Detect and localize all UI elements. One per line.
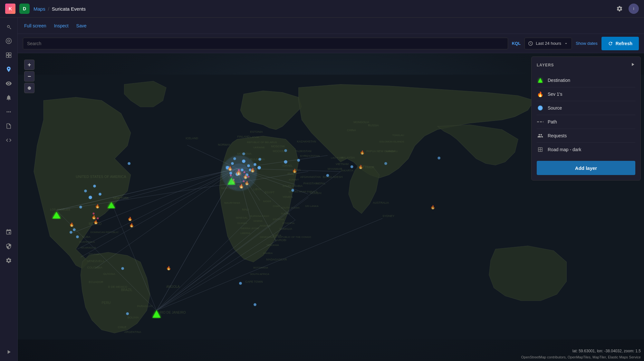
sidebar-item-lens[interactable] (2, 77, 15, 90)
svg-text:NEPAL: NEPAL (316, 182, 326, 185)
map-coordinates: lat: 59.63001, lon: -38.04032, zoom: 1.5 (572, 349, 641, 353)
source-icon (537, 104, 544, 112)
svg-text:NORWAY: NORWAY (218, 143, 230, 146)
svg-point-199 (538, 106, 543, 110)
layer-item-path[interactable]: Path (537, 115, 635, 129)
svg-rect-6 (9, 55, 11, 58)
toolbar: Full screen Inspect Save (18, 18, 644, 34)
searchbar: KQL Last 24 hours Show dates Refresh (18, 34, 644, 53)
zoom-out-button[interactable]: − (24, 71, 34, 82)
svg-text:TAJIKISTAN: TAJIKISTAN (295, 150, 312, 153)
layer-requests-label: Requests (548, 133, 567, 138)
layers-panel: LAYERS Destination 🔥 Sev 1's Source (531, 56, 641, 180)
time-selector[interactable]: Last 24 hours (524, 38, 572, 49)
svg-text:ZAMBIA: ZAMBIA (263, 252, 273, 255)
svg-point-150 (76, 236, 79, 238)
search-input[interactable] (23, 38, 508, 49)
svg-point-157 (351, 165, 353, 168)
user-avatar[interactable]: i (629, 4, 639, 14)
layer-path-label: Path (548, 119, 557, 124)
svg-text:LATVIA: LATVIA (250, 136, 259, 139)
layer-destination-label: Destination (548, 78, 570, 83)
layer-roadmap-label: Road map - dark (548, 147, 581, 152)
show-dates-button[interactable]: Show dates (576, 41, 598, 46)
svg-marker-198 (538, 78, 543, 83)
svg-text:MAURITANIA: MAURITANIA (224, 201, 240, 204)
svg-text:REPUBLIC OF BELARUS: REPUBLIC OF BELARUS (247, 141, 277, 144)
inspect-button[interactable]: Inspect (54, 23, 68, 28)
svg-point-165 (438, 157, 440, 159)
svg-rect-5 (6, 55, 9, 58)
svg-text:VANUATU: VANUATU (386, 150, 398, 153)
svg-text:BRAZIL: BRAZIL (121, 288, 132, 292)
nav-label[interactable]: Maps (34, 6, 45, 12)
svg-point-160 (126, 312, 129, 315)
refresh-label: Refresh (616, 41, 632, 46)
sidebar-item-dashboard[interactable] (2, 49, 15, 62)
layers-expand-icon[interactable] (630, 62, 635, 68)
sidebar-item-dev[interactable] (2, 134, 15, 147)
svg-text:TANZANIA: TANZANIA (266, 244, 279, 247)
svg-text:🔥: 🔥 (360, 150, 365, 155)
path-icon (537, 118, 544, 125)
svg-text:SYDNEY: SYDNEY (382, 214, 394, 218)
layer-item-sev1s[interactable]: 🔥 Sev 1's (537, 87, 635, 101)
svg-text:KAZAKHSTAN: KAZAKHSTAN (297, 140, 316, 143)
save-button[interactable]: Save (76, 23, 87, 28)
sidebar-item-shield[interactable] (2, 240, 15, 253)
add-layer-button[interactable]: Add layer (537, 161, 635, 175)
sidebar-item-discover[interactable] (2, 20, 15, 33)
svg-point-149 (70, 231, 72, 234)
svg-text:GUYANA: GUYANA (103, 272, 115, 276)
svg-text:EGYPT: EGYPT (265, 191, 275, 194)
svg-point-2 (8, 40, 10, 42)
svg-point-155 (284, 149, 287, 152)
settings-icon[interactable] (614, 4, 625, 14)
svg-rect-3 (6, 53, 9, 55)
svg-text:PANAMA: PANAMA (89, 253, 100, 256)
sidebar-item-cases[interactable] (2, 120, 15, 132)
svg-text:CUBA: CUBA (82, 235, 90, 239)
svg-point-154 (259, 158, 261, 161)
svg-text:🔥: 🔥 (430, 205, 435, 210)
svg-point-152 (297, 159, 300, 161)
zoom-in-button[interactable]: + (24, 60, 34, 70)
svg-text:AFGHANISTAN: AFGHANISTAN (300, 175, 321, 179)
sidebar-item-maps[interactable] (2, 63, 15, 76)
sidebar-item-alerts[interactable] (2, 91, 15, 104)
layers-header: LAYERS (537, 62, 635, 68)
kql-badge[interactable]: KQL (512, 41, 521, 46)
svg-text:ARGENTINA: ARGENTINA (124, 330, 141, 334)
layer-item-source[interactable]: Source (537, 101, 635, 115)
svg-text:ERITREA: ERITREA (273, 218, 284, 221)
topbar: K D Maps / Suricata Events i (0, 0, 644, 18)
map-area[interactable]: UNITED STATES OF AMERICA NEW YORK LOS AN… (18, 53, 644, 361)
sidebar-item-settings[interactable] (2, 254, 15, 267)
svg-text:MYANMAR: MYANMAR (328, 167, 342, 171)
layer-source-label: Source (548, 105, 562, 111)
svg-point-146 (99, 193, 101, 195)
kibana-logo[interactable]: K (5, 4, 15, 14)
sidebar-item-connectors[interactable] (2, 226, 15, 239)
svg-point-190 (92, 213, 94, 215)
svg-text:MALAYSIA: MALAYSIA (341, 156, 355, 159)
fullscreen-button[interactable]: Full screen (24, 23, 46, 28)
sidebar-item-analytics[interactable] (2, 34, 15, 47)
layer-item-roadmap[interactable]: Road map - dark (537, 143, 635, 156)
layer-item-requests[interactable]: Requests (537, 129, 635, 143)
sidebar-item-ml[interactable] (2, 105, 15, 118)
requests-icon (537, 132, 544, 139)
svg-text:CAPE TOWN: CAPE TOWN (245, 280, 263, 283)
map-attribution: OpenStreetMap contributors, OpenMapTiles… (521, 355, 641, 359)
svg-text:PAKISTAN: PAKISTAN (303, 182, 317, 185)
svg-text:🔥: 🔥 (129, 223, 134, 228)
svg-text:JAKARTA: JAKARTA (341, 169, 353, 172)
svg-point-148 (128, 162, 130, 165)
locate-button[interactable]: ⊕ (24, 83, 34, 93)
svg-point-153 (284, 160, 287, 163)
refresh-button[interactable]: Refresh (601, 37, 639, 50)
svg-text:LIBERIA: LIBERIA (240, 232, 250, 235)
sidebar-expand-btn[interactable] (2, 346, 15, 358)
layer-item-destination[interactable]: Destination (537, 73, 635, 87)
svg-text:BOTSWANA: BOTSWANA (254, 266, 268, 269)
